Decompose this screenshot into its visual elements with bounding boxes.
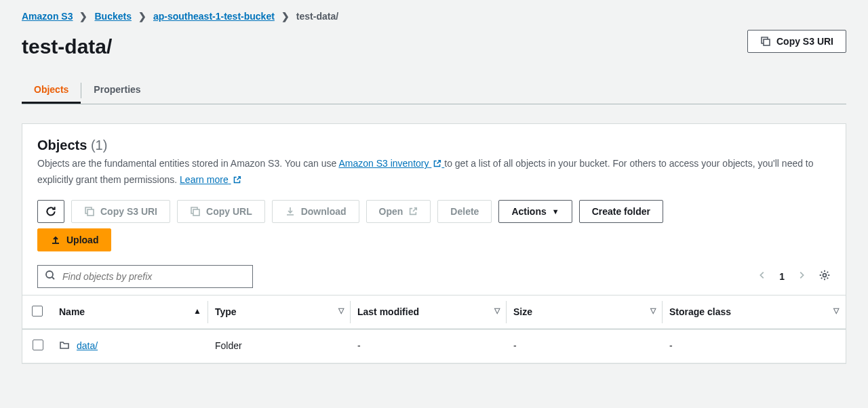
folder-icon: [59, 340, 70, 352]
external-link-icon: [233, 174, 241, 188]
learn-more-label: Learn more: [180, 174, 229, 185]
pager: 1: [757, 269, 831, 283]
sort-icon: ▽: [494, 306, 500, 315]
copy-icon: [84, 206, 95, 217]
search-box[interactable]: [37, 265, 253, 288]
col-last-modified-label: Last modified: [357, 306, 419, 317]
amazon-s3-inventory-link[interactable]: Amazon S3 inventory: [338, 158, 444, 169]
upload-label: Upload: [66, 234, 98, 245]
sort-icon: ▽: [833, 306, 839, 315]
row-select-cell: [22, 329, 52, 363]
delete-button[interactable]: Delete: [437, 200, 492, 223]
select-all-header: [22, 295, 52, 329]
panel-count: (1): [91, 138, 107, 152]
breadcrumb-amazon-s3[interactable]: Amazon S3: [22, 11, 73, 22]
table-header-row: Name ▲ Type ▽ Last modified ▽: [22, 295, 846, 329]
download-icon: [285, 206, 296, 217]
sort-asc-icon: ▲: [193, 306, 201, 316]
open-label: Open: [379, 206, 403, 217]
copy-s3-uri-header-button[interactable]: Copy S3 URI: [747, 30, 846, 53]
tab-objects[interactable]: Objects: [22, 77, 81, 104]
row-checkbox[interactable]: [33, 340, 43, 350]
copy-url-button[interactable]: Copy URL: [177, 200, 265, 223]
refresh-button[interactable]: [37, 200, 64, 223]
breadcrumb-bucket-name[interactable]: ap-southeast-1-test-bucket: [153, 11, 275, 22]
breadcrumb: Amazon S3 ❯ Buckets ❯ ap-southeast-1-tes…: [22, 11, 846, 22]
actions-dropdown[interactable]: Actions ▼: [498, 200, 572, 223]
copy-s3-uri-button[interactable]: Copy S3 URI: [71, 200, 170, 223]
copy-icon: [190, 206, 201, 217]
chevron-right-icon: ❯: [138, 11, 146, 22]
panel-desc-text-1: Objects are the fundamental entities sto…: [37, 158, 338, 169]
caret-down-icon: ▼: [552, 207, 559, 216]
pager-page-number: 1: [779, 271, 785, 282]
delete-label: Delete: [450, 206, 479, 217]
pager-next[interactable]: [797, 270, 806, 282]
col-size-label: Size: [513, 306, 532, 317]
copy-icon: [760, 36, 771, 47]
tabs: Objects Properties: [22, 77, 846, 104]
svg-rect-2: [193, 209, 199, 216]
col-size[interactable]: Size ▽: [507, 295, 663, 329]
svg-point-4: [823, 274, 827, 277]
col-type[interactable]: Type ▽: [208, 295, 351, 329]
col-last-modified[interactable]: Last modified ▽: [351, 295, 507, 329]
download-button[interactable]: Download: [272, 200, 359, 223]
chevron-right-icon: ❯: [281, 11, 290, 22]
svg-point-3: [46, 271, 53, 278]
panel-description: Objects are the fundamental entities sto…: [37, 156, 831, 189]
breadcrumb-current: test-data/: [296, 11, 338, 22]
objects-panel: Objects (1) Objects are the fundamental …: [22, 123, 846, 364]
search-input[interactable]: [61, 270, 245, 283]
breadcrumb-buckets[interactable]: Buckets: [94, 11, 131, 22]
svg-rect-0: [764, 39, 770, 45]
panel-title-text: Objects: [37, 138, 87, 152]
select-all-checkbox[interactable]: [32, 306, 43, 317]
upload-icon: [50, 234, 61, 245]
external-link-icon: [408, 207, 418, 216]
pager-prev[interactable]: [757, 270, 767, 282]
col-storage-class-label: Storage class: [669, 306, 731, 317]
settings-button[interactable]: [818, 269, 831, 283]
row-type-cell: Folder: [208, 329, 351, 363]
search-icon: [45, 270, 56, 283]
external-link-icon: [433, 157, 441, 172]
svg-rect-1: [87, 209, 94, 216]
sort-icon: ▽: [650, 306, 656, 315]
chevron-right-icon: ❯: [79, 11, 87, 22]
row-storage-class-cell: -: [663, 329, 846, 363]
copy-url-label: Copy URL: [206, 206, 252, 217]
panel-title: Objects (1): [37, 138, 831, 153]
col-type-label: Type: [215, 306, 237, 317]
open-button[interactable]: Open: [366, 200, 431, 223]
actions-label: Actions: [511, 206, 546, 217]
col-name-label: Name: [59, 306, 85, 317]
table-row[interactable]: data/ Folder - - -: [22, 329, 846, 363]
inventory-link-label: Amazon S3 inventory: [338, 158, 429, 169]
sort-icon: ▽: [338, 306, 344, 315]
create-folder-label: Create folder: [592, 206, 650, 217]
copy-s3-uri-label: Copy S3 URI: [100, 206, 157, 217]
copy-s3-uri-header-label: Copy S3 URI: [776, 36, 833, 47]
refresh-icon: [45, 205, 57, 218]
download-label: Download: [301, 206, 347, 217]
tab-properties[interactable]: Properties: [81, 77, 153, 104]
learn-more-link[interactable]: Learn more: [180, 174, 241, 185]
col-name[interactable]: Name ▲: [52, 295, 208, 329]
row-name-cell: data/: [52, 329, 208, 363]
upload-button[interactable]: Upload: [37, 228, 111, 251]
page-title: test-data/: [22, 35, 112, 58]
create-folder-button[interactable]: Create folder: [579, 200, 663, 223]
object-name-link[interactable]: data/: [77, 340, 98, 351]
row-last-modified-cell: -: [351, 329, 507, 363]
col-storage-class[interactable]: Storage class ▽: [663, 295, 846, 329]
objects-table: Name ▲ Type ▽ Last modified ▽: [22, 295, 846, 363]
row-size-cell: -: [507, 329, 663, 363]
